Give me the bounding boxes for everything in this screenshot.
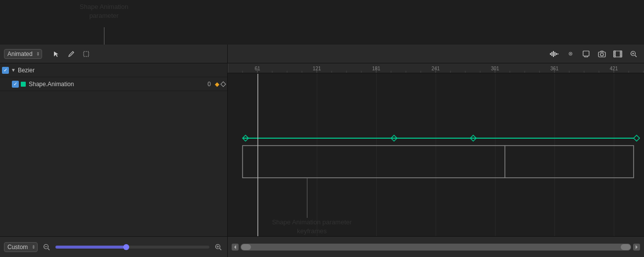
- timeline-panel[interactable]: 61 121 181 241 301 361 421 48: [228, 63, 644, 236]
- scroll-thumb: [241, 244, 631, 251]
- keyframe-diamond[interactable]: [220, 81, 226, 87]
- svg-rect-1: [550, 53, 551, 55]
- toolbar-right: ⊗: [228, 45, 644, 63]
- waveform-button[interactable]: [548, 48, 561, 60]
- curve-svg: [228, 74, 644, 236]
- expand-button[interactable]: ⊗: [564, 48, 577, 60]
- keyframe-value: 0: [201, 81, 211, 88]
- timeline-ruler: 61 121 181 241 301 361 421 48: [228, 63, 644, 73]
- pen-tool-button[interactable]: [65, 48, 78, 60]
- bezier-label: Bezier: [18, 67, 225, 74]
- bottom-bar: Custom Fit 100%: [0, 236, 644, 257]
- shape-animation-layer-row[interactable]: Shape.Animation 0 ◆: [0, 77, 227, 91]
- marquee-tool-button[interactable]: [80, 48, 93, 60]
- zoom-fit-button[interactable]: [627, 48, 640, 60]
- annotation-shape-param-text: Shape Animation parameter: [64, 2, 144, 20]
- scroll-left-handle[interactable]: [232, 244, 239, 251]
- svg-rect-6: [557, 53, 558, 54]
- export-button[interactable]: [580, 48, 593, 60]
- toolbar: Animated All: [0, 45, 644, 63]
- toolbar-left: Animated All: [0, 45, 228, 63]
- filter-select[interactable]: Animated All: [4, 49, 42, 59]
- zoom-fill: [55, 246, 125, 249]
- svg-rect-18: [621, 55, 622, 56]
- content-area: ▼ Bezier Shape.Animation 0 ◆ 61 121: [0, 63, 644, 236]
- scroll-right-handle[interactable]: [633, 244, 640, 251]
- bottom-left: Custom Fit 100%: [0, 237, 228, 257]
- svg-marker-68: [634, 135, 640, 141]
- bottom-right: [228, 237, 644, 257]
- keyframe-nav: ◆: [215, 81, 225, 88]
- zoom-in-button[interactable]: [213, 242, 223, 252]
- bezier-layer-row[interactable]: ▼ Bezier: [0, 63, 227, 77]
- pointer-tool-button[interactable]: [50, 48, 63, 60]
- left-panel: ▼ Bezier Shape.Animation 0 ◆: [0, 63, 228, 236]
- svg-rect-17: [621, 53, 622, 54]
- keyframe-prev-button[interactable]: ◆: [215, 81, 219, 88]
- svg-line-20: [635, 55, 637, 57]
- playhead[interactable]: [257, 74, 258, 236]
- scroll-handle-right[interactable]: [621, 244, 631, 250]
- zoom-out-button[interactable]: [42, 242, 51, 252]
- shape-animation-icon: [21, 82, 26, 87]
- svg-rect-13: [614, 52, 615, 53]
- svg-rect-16: [621, 52, 622, 53]
- svg-rect-5: [556, 53, 557, 55]
- bezier-triangle[interactable]: ▼: [11, 67, 16, 73]
- shape-animation-checkbox[interactable]: [12, 81, 19, 88]
- zoom-select[interactable]: Custom Fit 100%: [4, 242, 38, 252]
- svg-line-71: [48, 248, 50, 250]
- filter-select-wrapper[interactable]: Animated All: [4, 49, 42, 59]
- svg-line-74: [220, 248, 222, 250]
- svg-rect-4: [554, 52, 555, 56]
- playhead-line: [257, 74, 258, 236]
- svg-rect-14: [614, 53, 615, 54]
- scroll-handle-left[interactable]: [241, 244, 251, 250]
- svg-point-9: [600, 53, 603, 56]
- camera-button[interactable]: [595, 48, 608, 60]
- svg-marker-77: [234, 245, 236, 249]
- tool-buttons: [50, 48, 93, 60]
- svg-marker-78: [636, 245, 638, 249]
- svg-rect-15: [614, 55, 615, 56]
- svg-rect-0: [84, 51, 89, 56]
- svg-rect-7: [583, 51, 589, 56]
- shape-animation-label: Shape.Animation: [29, 81, 201, 88]
- timeline-scrollbar[interactable]: [241, 244, 631, 251]
- zoom-thumb[interactable]: [123, 244, 129, 250]
- svg-rect-64: [243, 146, 634, 178]
- keyframe-area[interactable]: [228, 74, 644, 236]
- bezier-checkbox[interactable]: [2, 67, 9, 74]
- zoom-select-wrapper[interactable]: Custom Fit 100%: [4, 242, 38, 252]
- zoom-slider[interactable]: [55, 246, 209, 249]
- film-button[interactable]: [611, 48, 624, 60]
- svg-rect-2: [551, 52, 552, 56]
- svg-rect-3: [553, 51, 554, 57]
